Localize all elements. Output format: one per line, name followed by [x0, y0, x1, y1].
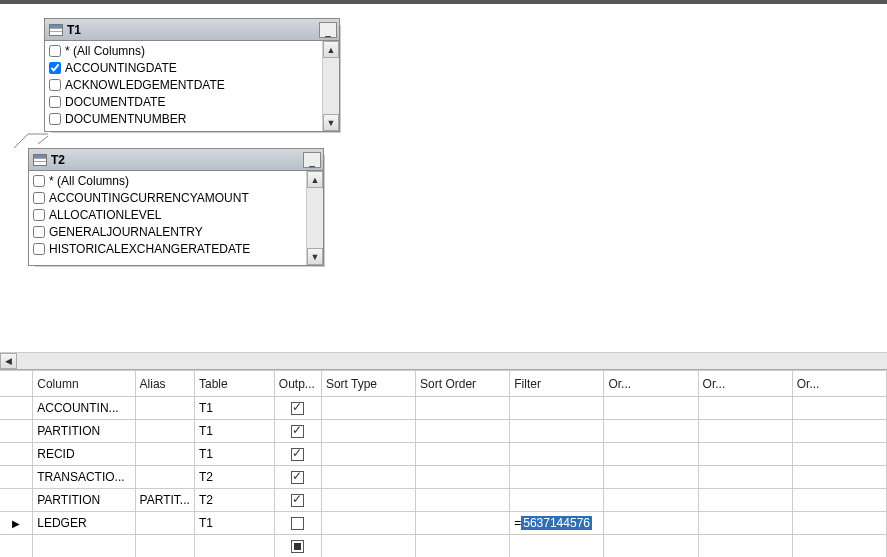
table-box-t1[interactable]: T1 _ * (All Columns) ACCOUNTINGDATE ACKN…	[44, 18, 340, 132]
cell-empty[interactable]	[135, 535, 194, 558]
cell-empty[interactable]	[698, 535, 792, 558]
output-checkbox[interactable]	[291, 402, 304, 415]
cell-alias[interactable]	[135, 443, 194, 466]
row-selector[interactable]	[0, 397, 33, 420]
column-item[interactable]: DOCUMENTDATE	[47, 93, 320, 110]
cell-alias[interactable]	[135, 397, 194, 420]
design-diagram-pane[interactable]: T1 _ * (All Columns) ACCOUNTINGDATE ACKN…	[0, 4, 887, 352]
column-item[interactable]: * (All Columns)	[47, 42, 320, 59]
cell-sort-type[interactable]	[321, 512, 415, 535]
column-item[interactable]: ACCOUNTINGDATE	[47, 59, 320, 76]
cell-table[interactable]: T1	[194, 397, 274, 420]
scroll-up-icon[interactable]: ▲	[307, 171, 323, 188]
table-header-t2[interactable]: T2 _	[29, 149, 323, 171]
header-table[interactable]: Table	[194, 371, 274, 397]
grid-row[interactable]: TRANSACTIO...T2	[0, 466, 887, 489]
cell-output[interactable]	[274, 397, 321, 420]
table-header-t1[interactable]: T1 _	[45, 19, 339, 41]
cell-or[interactable]	[698, 489, 792, 512]
column-checkbox[interactable]	[49, 62, 61, 74]
cell-alias[interactable]	[135, 466, 194, 489]
cell-or[interactable]	[792, 489, 886, 512]
column-list-t1[interactable]: * (All Columns) ACCOUNTINGDATE ACKNOWLED…	[45, 41, 322, 131]
scroll-left-icon[interactable]: ◀	[0, 353, 17, 369]
cell-table[interactable]: T2	[194, 466, 274, 489]
cell-or[interactable]	[604, 420, 698, 443]
cell-table[interactable]: T2	[194, 489, 274, 512]
row-selector[interactable]	[0, 420, 33, 443]
filter-value-selected[interactable]: 5637144576	[521, 516, 592, 530]
scroll-down-icon[interactable]: ▼	[307, 248, 323, 265]
cell-column[interactable]: PARTITION	[33, 489, 135, 512]
header-sort-type[interactable]: Sort Type	[321, 371, 415, 397]
column-item[interactable]: DOCUMENTNUMBER	[47, 110, 320, 127]
grid-row-empty[interactable]	[0, 535, 887, 558]
output-checkbox[interactable]	[291, 517, 304, 530]
cell-or[interactable]	[698, 443, 792, 466]
cell-sort-order[interactable]	[416, 512, 510, 535]
cell-column[interactable]: TRANSACTIO...	[33, 466, 135, 489]
cell-empty[interactable]	[194, 535, 274, 558]
cell-column[interactable]: RECID	[33, 443, 135, 466]
column-checkbox[interactable]	[33, 175, 45, 187]
row-selector[interactable]	[0, 535, 33, 558]
output-checkbox[interactable]	[291, 425, 304, 438]
cell-sort-order[interactable]	[416, 397, 510, 420]
cell-empty[interactable]	[792, 535, 886, 558]
header-or[interactable]: Or...	[792, 371, 886, 397]
vertical-scrollbar[interactable]: ▲ ▼	[322, 41, 339, 131]
cell-sort-order[interactable]	[416, 489, 510, 512]
cell-alias[interactable]	[135, 420, 194, 443]
header-sort-order[interactable]: Sort Order	[416, 371, 510, 397]
row-selector[interactable]: ▶	[0, 512, 33, 535]
cell-filter[interactable]	[510, 397, 604, 420]
cell-empty[interactable]	[510, 535, 604, 558]
cell-table[interactable]: T1	[194, 512, 274, 535]
cell-output[interactable]	[274, 466, 321, 489]
cell-empty[interactable]	[416, 535, 510, 558]
criteria-grid[interactable]: Column Alias Table Outp... Sort Type Sor…	[0, 369, 887, 557]
header-or[interactable]: Or...	[698, 371, 792, 397]
vertical-scrollbar[interactable]: ▲ ▼	[306, 171, 323, 265]
column-checkbox[interactable]	[49, 79, 61, 91]
header-output[interactable]: Outp...	[274, 371, 321, 397]
cell-or[interactable]	[698, 512, 792, 535]
cell-or[interactable]	[604, 443, 698, 466]
cell-empty[interactable]	[321, 535, 415, 558]
output-checkbox[interactable]	[291, 540, 304, 553]
cell-alias[interactable]	[135, 512, 194, 535]
column-checkbox[interactable]	[33, 209, 45, 221]
cell-column[interactable]: PARTITION	[33, 420, 135, 443]
column-checkbox[interactable]	[33, 192, 45, 204]
horizontal-scrollbar[interactable]: ◀	[0, 352, 887, 369]
cell-or[interactable]	[698, 420, 792, 443]
grid-row[interactable]: PARTITIONT1	[0, 420, 887, 443]
grid-row[interactable]: ACCOUNTIN...T1	[0, 397, 887, 420]
cell-or[interactable]	[604, 489, 698, 512]
cell-output[interactable]	[274, 443, 321, 466]
cell-sort-order[interactable]	[416, 466, 510, 489]
cell-output[interactable]	[274, 420, 321, 443]
header-or[interactable]: Or...	[604, 371, 698, 397]
cell-empty[interactable]	[604, 535, 698, 558]
grid-row[interactable]: RECIDT1	[0, 443, 887, 466]
header-alias[interactable]: Alias	[135, 371, 194, 397]
scroll-down-icon[interactable]: ▼	[323, 114, 339, 131]
cell-output[interactable]	[274, 489, 321, 512]
cell-filter[interactable]	[510, 466, 604, 489]
cell-filter[interactable]	[510, 489, 604, 512]
row-selector[interactable]	[0, 443, 33, 466]
cell-column[interactable]: LEDGER	[33, 512, 135, 535]
column-checkbox[interactable]	[49, 45, 61, 57]
column-checkbox[interactable]	[33, 226, 45, 238]
cell-table[interactable]: T1	[194, 443, 274, 466]
cell-sort-type[interactable]	[321, 489, 415, 512]
cell-sort-order[interactable]	[416, 443, 510, 466]
cell-or[interactable]	[604, 512, 698, 535]
cell-empty[interactable]	[33, 535, 135, 558]
cell-or[interactable]	[792, 420, 886, 443]
cell-or[interactable]	[792, 512, 886, 535]
cell-sort-type[interactable]	[321, 397, 415, 420]
cell-or[interactable]	[792, 397, 886, 420]
cell-filter[interactable]	[510, 443, 604, 466]
